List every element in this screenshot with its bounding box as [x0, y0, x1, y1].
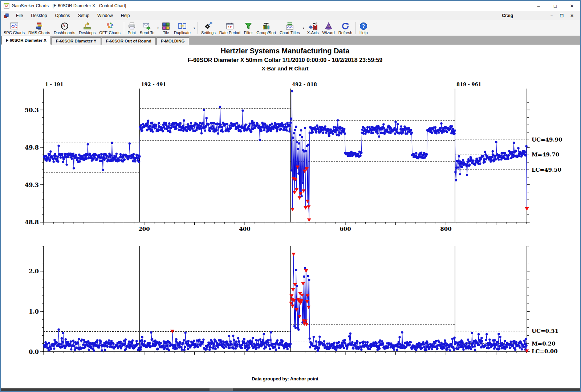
r-plot-area[interactable] [44, 246, 527, 352]
print-icon [127, 22, 136, 30]
help-icon: ? [359, 22, 368, 30]
print-label: Print [128, 30, 136, 35]
filter-funnel-icon [244, 22, 253, 30]
dashboards-button[interactable]: Dashboards [52, 21, 77, 36]
x-axis-button[interactable]: X-Axis [305, 21, 321, 36]
desktops-button[interactable]: Desktops [77, 21, 97, 36]
refresh-icon [341, 22, 350, 30]
x-axis-tick-label: 200 [138, 226, 150, 232]
window-minimize-button[interactable]: – [530, 1, 547, 11]
chart-area: Hertzler Systems Manufacturing Data F-60… [1, 45, 580, 388]
control-chart-canvas: Hertzler Systems Manufacturing Data F-60… [1, 45, 580, 388]
spc-charts-button[interactable]: SPC Charts [2, 21, 27, 36]
chart-tab-bar: F-60SOR Diameter X F-60SOR Diameter Y F-… [1, 36, 580, 45]
control-limit-label: LC=49.50 [532, 167, 561, 173]
group-sort-icon [262, 22, 271, 30]
dms-charts-icon [35, 22, 44, 30]
date-period-calendar-icon: 12 [226, 22, 234, 30]
chart-titles-label: Chart Titles [280, 30, 300, 35]
tab-f60sor-diameter-y[interactable]: F-60SOR Diameter Y [52, 37, 101, 45]
wizard-label: Wizard [322, 30, 334, 35]
tile-label: Tile [163, 30, 169, 35]
svg-text:12: 12 [228, 25, 232, 29]
x-axis-tick-label: 600 [340, 226, 351, 232]
control-limit-label: UC=0.51 [532, 328, 558, 334]
spc-charts-label: SPC Charts [4, 30, 25, 35]
subgroup-range-label: 492 - 818 [292, 82, 317, 87]
child-close-button[interactable]: ✕ [568, 13, 576, 19]
x-axis-icon [309, 22, 317, 30]
settings-gear-icon [204, 22, 213, 30]
duplicate-button[interactable]: Duplicate [172, 21, 192, 36]
desktops-label: Desktops [79, 30, 96, 35]
filter-button[interactable]: Filter [242, 21, 255, 36]
y-axis-tick-label: 0.0 [29, 348, 39, 355]
tab-f60sor-out-of-round[interactable]: F-60SOR Out of Round [102, 37, 156, 45]
child-minimize-button[interactable]: – [548, 13, 556, 19]
subgroup-range-label: 1 - 191 [45, 82, 64, 87]
toolbar-separator [355, 22, 356, 34]
child-restore-button[interactable]: ❐ [558, 13, 566, 19]
menu-help[interactable]: Help [117, 12, 134, 20]
chart-titles-button[interactable]: Chart Titles [278, 21, 302, 36]
chart-subtitle: F-60SOR Diameter X 50mm Collar 1/1/2010 … [188, 57, 382, 63]
tab-p-molding[interactable]: P-MOLDING [157, 37, 189, 45]
spc-charts-icon [10, 22, 19, 30]
duplicate-dropdown[interactable]: ▾ [192, 21, 196, 36]
tab-f60sor-diameter-x[interactable]: F-60SOR Diameter X [1, 36, 51, 45]
dropdown-arrow-icon: ▾ [157, 26, 159, 30]
child-window-icon [4, 13, 9, 19]
dms-charts-label: DMS Charts [28, 30, 50, 35]
taskbar-strip[interactable] [1, 388, 580, 391]
taskbar-app-segment[interactable] [210, 388, 233, 391]
window-title: GainSeeker Charts - [F-60SOR Diameter X … [12, 3, 126, 8]
menu-options[interactable]: Options [51, 12, 74, 20]
dashboards-icon [60, 22, 69, 30]
oee-charts-label: OEE Charts [99, 30, 121, 35]
oee-charts-button[interactable]: OEE Charts [97, 21, 122, 36]
user-name-label: Craig [502, 13, 513, 18]
chart-main-title: Hertzler Systems Manufacturing Data [221, 47, 350, 55]
title-bar: GainSeeker Charts - [F-60SOR Diameter X … [1, 1, 580, 11]
window-close-button[interactable]: ✕ [564, 1, 580, 11]
xbar-plot-area[interactable] [44, 89, 527, 222]
menu-window[interactable]: Window [93, 12, 117, 20]
settings-label: Settings [201, 30, 216, 35]
menu-setup[interactable]: Setup [74, 12, 93, 20]
wizard-button[interactable]: Wizard [320, 21, 336, 36]
print-button[interactable]: Print [126, 21, 138, 36]
menu-desktop[interactable]: Desktop [27, 12, 51, 20]
send-to-icon [143, 22, 151, 30]
tile-button[interactable]: Tile [160, 21, 172, 36]
dms-charts-button[interactable]: DMS Charts [27, 21, 52, 36]
help-button[interactable]: ? Help [357, 21, 370, 36]
control-limit-label: LC=0.00 [532, 348, 558, 355]
duplicate-icon [178, 22, 187, 30]
date-period-button[interactable]: 12 Date Period [218, 21, 242, 36]
date-period-label: Date Period [219, 30, 240, 35]
y-axis-tick-label: 49.8 [25, 144, 39, 151]
send-to-button[interactable]: Send To [138, 21, 156, 36]
wizard-hat-icon [324, 22, 333, 30]
x-axis-tick-label: 400 [239, 226, 250, 232]
menu-file[interactable]: File [12, 12, 27, 20]
app-window: GainSeeker Charts - [F-60SOR Diameter X … [0, 0, 581, 392]
x-axis-tick-label: 800 [440, 226, 451, 232]
help-label: Help [359, 30, 368, 35]
group-sort-button[interactable]: Group/Sort [255, 21, 278, 36]
x-axis-label: X-Axis [307, 30, 319, 35]
chart-titles-dropdown[interactable]: ▾ [302, 21, 305, 36]
window-maximize-button[interactable]: □ [547, 1, 564, 11]
chart-titles-icon [285, 22, 294, 30]
dropdown-arrow-icon: ▾ [303, 26, 304, 30]
toolbar-separator [198, 22, 198, 34]
tile-icon [162, 22, 170, 30]
subgroup-range-label: 192 - 491 [141, 82, 166, 87]
send-to-dropdown[interactable]: ▾ [156, 21, 160, 36]
group-sort-label: Group/Sort [256, 30, 276, 35]
menu-bar: File Desktop Options Setup Window Help C… [1, 11, 580, 20]
refresh-button[interactable]: Refresh [337, 21, 354, 36]
settings-button[interactable]: Settings [199, 21, 218, 36]
y-axis-tick-label: 1.0 [29, 308, 39, 315]
control-limit-label: M=0.20 [532, 340, 556, 347]
